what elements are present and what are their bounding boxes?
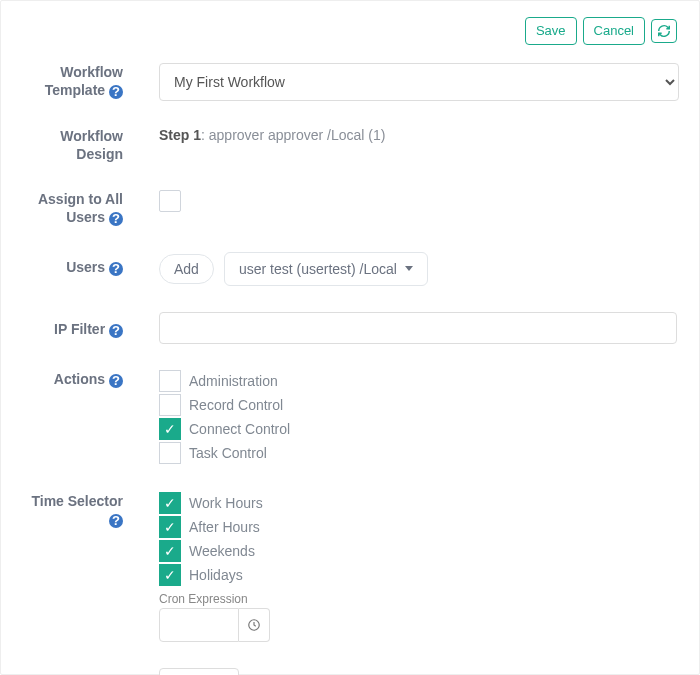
cron-expression-input[interactable] [159,608,239,642]
action-label: Task Control [189,445,267,461]
clock-icon [247,618,261,632]
cron-input-group [159,608,677,642]
check-icon: ✓ [164,422,176,436]
help-icon[interactable]: ? [109,85,123,99]
label-text: Workflow Design [60,128,123,162]
action-label: Administration [189,373,278,389]
time-checkbox[interactable]: ✓ [159,540,181,562]
time-option: ✓Weekends [159,540,677,562]
time-label: After Hours [189,519,260,535]
field-ip-filter [159,312,677,344]
row-users: Users ? Add user test (usertest) /Local [23,252,677,286]
label-ip-filter: IP Filter ? [23,312,131,338]
cancel-button[interactable]: Cancel [583,17,645,45]
user-dropdown-label: user test (usertest) /Local [239,261,397,277]
time-checkbox[interactable]: ✓ [159,492,181,514]
step-label: Step 1 [159,127,201,143]
row-duration: Duration ? [23,668,677,675]
help-icon[interactable]: ? [109,514,123,528]
workflow-design-step: Step 1: approver approver /Local (1) [159,127,677,143]
label-workflow-design: Workflow Design [23,127,131,163]
time-checkbox[interactable]: ✓ [159,516,181,538]
save-button[interactable]: Save [525,17,577,45]
time-option: ✓Work Hours [159,492,677,514]
assign-all-checkbox[interactable] [159,190,181,212]
duration-input[interactable] [159,668,239,675]
label-text: IP Filter [54,321,105,337]
label-actions: Actions ? [23,370,131,388]
cron-clock-button[interactable] [239,608,270,642]
add-user-button[interactable]: Add [159,254,214,284]
check-icon: ✓ [164,520,176,534]
label-text: Time Selector [31,493,123,509]
field-duration [159,668,677,675]
row-actions: Actions ? AdministrationRecord Control✓C… [23,370,677,466]
workflow-form-panel: Save Cancel Workflow Template ? My First… [0,0,700,675]
check-icon: ✓ [164,544,176,558]
time-option: ✓After Hours [159,516,677,538]
action-checkbox[interactable] [159,442,181,464]
label-users: Users ? [23,252,131,276]
action-checkbox[interactable] [159,394,181,416]
time-label: Work Hours [189,495,263,511]
caret-down-icon [405,266,413,271]
workflow-template-select[interactable]: My First Workflow [159,63,679,101]
refresh-icon [657,24,671,38]
help-icon[interactable]: ? [109,212,123,226]
label-text: Actions [54,371,105,387]
action-label: Connect Control [189,421,290,437]
row-time-selector: Time Selector ? ✓Work Hours✓After Hours✓… [23,492,677,642]
label-duration: Duration ? [23,668,131,675]
action-checkbox[interactable]: ✓ [159,418,181,440]
time-label: Weekends [189,543,255,559]
time-checkbox[interactable]: ✓ [159,564,181,586]
help-icon[interactable]: ? [109,262,123,276]
help-icon[interactable]: ? [109,324,123,338]
field-actions: AdministrationRecord Control✓Connect Con… [159,370,677,466]
ip-filter-input[interactable] [159,312,677,344]
row-workflow-template: Workflow Template ? My First Workflow [23,63,677,101]
action-option: ✓Connect Control [159,418,677,440]
check-icon: ✓ [164,568,176,582]
time-label: Holidays [189,567,243,583]
action-label: Record Control [189,397,283,413]
action-option: Record Control [159,394,677,416]
field-users: Add user test (usertest) /Local [159,252,677,286]
help-icon[interactable]: ? [109,374,123,388]
time-option: ✓Holidays [159,564,677,586]
label-text: Users [66,259,105,275]
label-assign-all: Assign to All Users ? [23,190,131,226]
row-ip-filter: IP Filter ? [23,312,677,344]
check-icon: ✓ [164,496,176,510]
refresh-button[interactable] [651,19,677,43]
action-checkbox[interactable] [159,370,181,392]
user-dropdown[interactable]: user test (usertest) /Local [224,252,428,286]
action-option: Task Control [159,442,677,464]
field-assign-all [159,190,677,215]
label-workflow-template: Workflow Template ? [23,63,131,99]
field-time-selector: ✓Work Hours✓After Hours✓Weekends✓Holiday… [159,492,677,642]
row-workflow-design: Workflow Design Step 1: approver approve… [23,127,677,163]
row-assign-all: Assign to All Users ? [23,190,677,226]
cron-expression-label: Cron Expression [159,592,677,606]
field-workflow-template: My First Workflow [159,63,677,101]
label-time-selector: Time Selector ? [23,492,131,528]
action-option: Administration [159,370,677,392]
form-toolbar: Save Cancel [23,11,677,63]
step-text: : approver approver /Local (1) [201,127,385,143]
